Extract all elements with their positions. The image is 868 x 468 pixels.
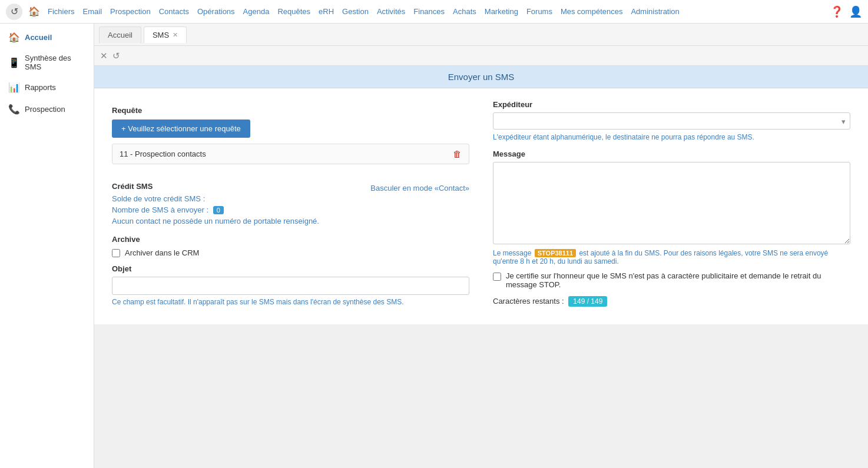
user-icon[interactable]: 👤 bbox=[849, 5, 862, 18]
sidebar-icon-rapports: 📊 bbox=[8, 82, 20, 93]
archive-section: Archive Archiver dans le CRM bbox=[112, 235, 469, 257]
help-icon[interactable]: ❓ bbox=[830, 5, 843, 18]
nombre-badge: 0 bbox=[213, 206, 224, 214]
right-column: Expéditeur L'expéditeur étant alphanumér… bbox=[493, 100, 850, 307]
certify-row: Je certifie sur l'honneur que le SMS n'e… bbox=[493, 271, 850, 289]
sidebar-icon-accueil: 🏠 bbox=[8, 32, 20, 43]
cancel-action-icon[interactable]: ✕ bbox=[100, 51, 108, 61]
nombre-info: Nombre de SMS à envoyer : 0 bbox=[112, 205, 469, 214]
nav-item-forums[interactable]: Forums bbox=[522, 7, 556, 16]
content-area: Envoyer un SMS Requête + Veuillez sélect… bbox=[94, 66, 868, 468]
tab-accueil[interactable]: Accueil bbox=[99, 26, 141, 43]
refresh-action-icon[interactable]: ↺ bbox=[112, 51, 120, 61]
tab-bar: AccueilSMS✕ bbox=[94, 24, 868, 46]
objet-input[interactable] bbox=[112, 277, 469, 295]
select-requete-button[interactable]: + Veuillez sélectionner une requête bbox=[112, 120, 250, 138]
sidebar-icon-synthese: 📱 bbox=[8, 57, 20, 68]
sidebar-label-synthese: Synthèse des SMS bbox=[25, 54, 85, 71]
solde-label: Solde de votre crédit SMS : bbox=[112, 194, 205, 203]
message-section: Message Le message STOP38111 est ajouté … bbox=[493, 150, 850, 307]
requete-section: Requête + Veuillez sélectionner une requ… bbox=[112, 100, 469, 176]
switch-mode-link[interactable]: Basculer en mode «Contact» bbox=[370, 184, 469, 192]
tab-sms[interactable]: SMS✕ bbox=[144, 26, 187, 43]
sidebar-icon-prospection: 📞 bbox=[8, 104, 20, 115]
credit-sms-section: Crédit SMS Basculer en mode «Contact» So… bbox=[112, 182, 469, 225]
sidebar-item-synthese[interactable]: 📱Synthèse des SMS bbox=[0, 48, 94, 77]
requete-label: Requête bbox=[112, 106, 469, 115]
archiver-row: Archiver dans le CRM bbox=[112, 248, 469, 257]
nav-item-marketing[interactable]: Marketing bbox=[481, 7, 522, 16]
nav-item-activites[interactable]: Activités bbox=[373, 7, 409, 16]
main-area: AccueilSMS✕ ✕ ↺ Envoyer un SMS Requête +… bbox=[94, 24, 868, 468]
nav-item-achats[interactable]: Achats bbox=[449, 7, 481, 16]
requete-item-label: 11 - Prospection contacts bbox=[120, 150, 206, 158]
no-contact-msg: Aucun contact ne possède un numéro de po… bbox=[112, 217, 469, 225]
objet-hint: Ce champ est facultatif. Il n'apparaît p… bbox=[112, 298, 469, 306]
sidebar-label-prospection: Prospection bbox=[25, 105, 65, 114]
form-body: Requête + Veuillez sélectionner une requ… bbox=[94, 88, 868, 324]
objet-label: Objet bbox=[112, 264, 469, 273]
nav-item-competences[interactable]: Mes compétences bbox=[556, 7, 627, 16]
chars-badge: 149 / 149 bbox=[568, 296, 607, 307]
archive-title: Archive bbox=[112, 235, 469, 244]
certify-checkbox[interactable] bbox=[493, 273, 501, 281]
form-title: Envoyer un SMS bbox=[448, 72, 515, 82]
objet-section: Objet Ce champ est facultatif. Il n'appa… bbox=[112, 264, 469, 306]
stop-badge: STOP38111 bbox=[535, 249, 576, 257]
nav-item-finances[interactable]: Finances bbox=[409, 7, 449, 16]
nav-item-prospection[interactable]: Prospection bbox=[106, 7, 155, 16]
sidebar-label-rapports: Rapports bbox=[25, 83, 56, 92]
sidebar: 🏠Accueil📱Synthèse des SMS📊Rapports📞Prosp… bbox=[0, 24, 94, 468]
nav-right: ❓ 👤 bbox=[830, 5, 862, 18]
tab-label: Accueil bbox=[108, 31, 132, 39]
sidebar-item-prospection[interactable]: 📞Prospection bbox=[0, 98, 94, 120]
nombre-label: Nombre de SMS à envoyer : bbox=[112, 205, 208, 214]
message-hint-before: Le message bbox=[493, 249, 534, 257]
message-label: Message bbox=[493, 150, 850, 158]
nav-item-contacts[interactable]: Contacts bbox=[155, 7, 193, 16]
solde-info: Solde de votre crédit SMS : bbox=[112, 194, 469, 203]
expediteur-label: Expéditeur bbox=[493, 100, 850, 109]
form-header: Envoyer un SMS bbox=[94, 66, 868, 88]
home-icon[interactable]: 🏠 bbox=[28, 6, 40, 17]
nav-item-fichiers[interactable]: Fichiers bbox=[44, 7, 79, 16]
action-bar: ✕ ↺ bbox=[94, 46, 868, 66]
requete-item: 11 - Prospection contacts 🗑 bbox=[112, 144, 469, 164]
chars-label: Caractères restants : bbox=[493, 297, 564, 306]
expediteur-hint: L'expéditeur étant alphanumérique, le de… bbox=[493, 133, 850, 141]
sidebar-item-accueil[interactable]: 🏠Accueil bbox=[0, 26, 94, 48]
tab-label: SMS bbox=[153, 31, 169, 39]
expediteur-section: Expéditeur L'expéditeur étant alphanumér… bbox=[493, 100, 850, 141]
delete-requete-icon[interactable]: 🗑 bbox=[453, 149, 462, 159]
credit-sms-title: Crédit SMS bbox=[112, 182, 153, 191]
message-hint: Le message STOP38111 est ajouté à la fin… bbox=[493, 249, 850, 265]
message-textarea[interactable] bbox=[493, 162, 850, 244]
left-column: Requête + Veuillez sélectionner une requ… bbox=[112, 100, 469, 307]
nav-item-administration[interactable]: Administration bbox=[627, 7, 683, 16]
close-tab-icon[interactable]: ✕ bbox=[173, 31, 178, 39]
expediteur-select[interactable] bbox=[493, 112, 850, 130]
sidebar-label-accueil: Accueil bbox=[25, 33, 52, 42]
app-logo: ↺ bbox=[6, 4, 22, 20]
expediteur-select-wrapper bbox=[493, 112, 850, 130]
chars-remaining: Caractères restants : 149 / 149 bbox=[493, 296, 850, 307]
nav-item-erh[interactable]: eRH bbox=[314, 7, 338, 16]
top-nav: ↺ 🏠 FichiersEmailProspectionContactsOpér… bbox=[0, 0, 868, 24]
sidebar-item-rapports[interactable]: 📊Rapports bbox=[0, 77, 94, 98]
nav-item-requetes[interactable]: Requêtes bbox=[273, 7, 314, 16]
certify-text: Je certifie sur l'honneur que le SMS n'e… bbox=[506, 271, 850, 289]
nav-item-gestion[interactable]: Gestion bbox=[338, 7, 373, 16]
nav-item-operations[interactable]: Opérations bbox=[193, 7, 239, 16]
nav-item-email[interactable]: Email bbox=[79, 7, 107, 16]
nav-item-agenda[interactable]: Agenda bbox=[239, 7, 274, 16]
archiver-checkbox[interactable] bbox=[112, 249, 120, 257]
archiver-label: Archiver dans le CRM bbox=[125, 248, 199, 257]
